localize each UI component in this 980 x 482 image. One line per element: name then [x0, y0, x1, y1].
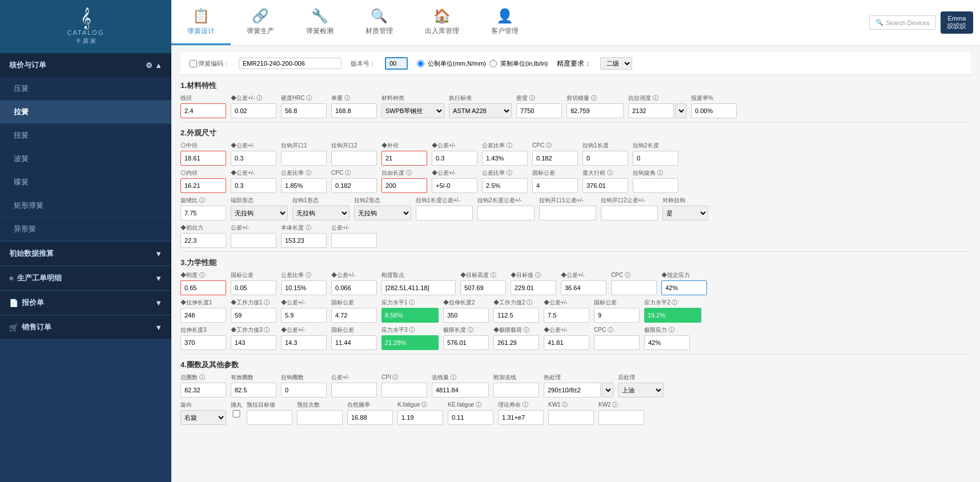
mid-dia-input[interactable]: 18.61 [180, 151, 226, 166]
tol-ratio2-input[interactable]: 1.85% [281, 178, 327, 193]
sym-hook-select[interactable]: 是否 [662, 206, 708, 220]
preset-target-input[interactable] [247, 410, 292, 425]
nav-customer[interactable]: 👤 客户管理 [475, 0, 535, 45]
kw1-input[interactable] [548, 410, 594, 425]
sidebar-section-quote-header[interactable]: 📄 报价单 ▼ [0, 291, 171, 315]
sidebar-item-torsion[interactable]: 扭簧 [0, 124, 171, 147]
tol4-s-input[interactable]: 7.5 [544, 308, 589, 323]
tol-c-input[interactable] [331, 383, 377, 397]
hook-open-tol1-input[interactable] [539, 206, 596, 220]
unit-imperial-radio[interactable] [489, 60, 497, 67]
sidebar-section-initial-header[interactable]: 初始数据推算 ▼ [0, 242, 171, 266]
sidebar-item-special[interactable]: 异形簧 [0, 218, 171, 241]
stretch3-input[interactable]: 370 [180, 335, 226, 350]
direction-select[interactable]: 右旋左旋 [180, 410, 226, 425]
extra-wire-input[interactable] [493, 383, 539, 397]
hook-open2-input[interactable] [331, 151, 377, 166]
tol2-s-input[interactable]: 36.64 [561, 280, 607, 295]
k-fatigue-input[interactable]: 1.19 [397, 410, 443, 425]
stretch1-input[interactable]: 248 [180, 308, 226, 323]
end-form-select[interactable]: 无拉钩有拉钩 [231, 206, 288, 220]
scrap-rate-input[interactable]: 0.00% [691, 103, 737, 118]
heat-treat-select[interactable] [602, 383, 613, 397]
nav-spring-inspection[interactable]: 🔧 弹簧检测 [290, 0, 350, 45]
sidebar-item-disc[interactable]: 碟簧 [0, 171, 171, 194]
preset-times-input[interactable] [297, 410, 343, 425]
heat-treat-input[interactable]: 290±10/8±2 [544, 383, 601, 397]
sidebar-item-rect[interactable]: 矩形弹簧 [0, 194, 171, 218]
national-tol-input[interactable]: 4 [532, 178, 578, 193]
target-height-input[interactable]: 507.69 [460, 280, 506, 295]
unit-weight-input[interactable]: 168.8 [331, 103, 377, 118]
nat-freq-input[interactable]: 16.88 [347, 410, 393, 425]
sidebar-item-pressure[interactable]: 压簧 [0, 77, 171, 101]
sidebar-item-wave[interactable]: 波簧 [0, 147, 171, 171]
tol6-input[interactable] [331, 233, 377, 248]
version-input[interactable]: 00 [385, 57, 408, 70]
wire-feed-input[interactable]: 4811.84 [432, 383, 489, 397]
hook-form2-select[interactable]: 无拉钩有拉钩 [354, 206, 411, 220]
total-coils-input[interactable]: 82.32 [180, 383, 226, 397]
nav-spring-production[interactable]: 🔗 弹簧生产 [231, 0, 290, 45]
cpi-input[interactable] [381, 383, 427, 397]
spring-code-checkbox[interactable] [190, 60, 197, 67]
outer-dia-input[interactable]: 21 [381, 151, 427, 166]
ke-fatigue-input[interactable]: 0.11 [448, 410, 493, 425]
unit-metric-radio[interactable] [417, 60, 424, 67]
stretch2-input[interactable]: 350 [443, 308, 489, 323]
body-len-input[interactable]: 153.23 [281, 233, 327, 248]
sidebar-section-sales-header[interactable]: 🛒 销售订单 ▼ [0, 315, 171, 339]
max-len-input[interactable]: 576.01 [443, 335, 489, 350]
hook-len-tol2-input[interactable] [477, 206, 535, 220]
sidebar-item-tension[interactable]: 拉簧 [0, 101, 171, 124]
search-devices-box[interactable]: 🔍 Search Devices [869, 15, 936, 30]
tolerance-input[interactable]: 0.02 [231, 103, 276, 118]
cpc-s-input[interactable] [611, 280, 657, 295]
tol5-s-input[interactable]: 14.3 [281, 335, 327, 350]
work3-input[interactable]: 143 [231, 335, 276, 350]
hook-angle-input[interactable] [633, 178, 678, 193]
tensile-select[interactable] [675, 103, 686, 118]
material-select[interactable]: SWPB琴钢丝 SUS304 [381, 103, 444, 118]
tol4-input[interactable]: +5/-0 [432, 178, 477, 193]
density-input[interactable]: 7750 [516, 103, 562, 118]
tol-ratio-input[interactable]: 1.43% [482, 151, 528, 166]
tol-ratio3-input[interactable]: 2.5% [482, 178, 528, 193]
spring-code-input[interactable]: EMR210-240-200-006 [239, 58, 342, 69]
shot-peen-checkbox[interactable] [231, 410, 242, 417]
coil-ratio-input[interactable]: 7.75 [180, 206, 226, 220]
tol3-s-input[interactable]: 5.9 [281, 308, 327, 323]
hardness-input[interactable]: 56.8 [281, 103, 327, 118]
cpc2-input[interactable]: 0.182 [331, 178, 377, 193]
spec-stress-input[interactable]: 42% [661, 280, 707, 295]
sidebar-section-production-header[interactable]: ≡ 生产工单明细 ▼ [0, 266, 171, 290]
wire-dia-input[interactable]: 2.4 [180, 103, 226, 118]
max-stress-input[interactable]: 42% [644, 335, 690, 350]
standard-select[interactable]: ASTM A228 JIS B2704 [449, 103, 512, 118]
nat-tol4-input[interactable]: 11.44 [331, 335, 377, 350]
nav-spring-design[interactable]: 📋 弹簧设计 [171, 0, 231, 45]
tol-s-input[interactable]: 0.066 [331, 280, 377, 295]
nav-material[interactable]: 🔍 材质管理 [350, 0, 409, 45]
precision-select[interactable]: 二级 [600, 57, 632, 70]
cpc-input[interactable]: 0.182 [532, 151, 578, 166]
sidebar-section-order-header[interactable]: 核价与订单 ⚙ ▲ [0, 53, 171, 77]
tol-ratio-s-input[interactable]: 10.15% [281, 280, 327, 295]
eff-coils-input[interactable]: 82.5 [231, 383, 276, 397]
inner-dia-input[interactable]: 16.21 [180, 178, 226, 193]
shear-modulus-input[interactable]: 82,759 [567, 103, 624, 118]
max-load-input[interactable]: 261.29 [493, 335, 539, 350]
hook-form1-select[interactable]: 无拉钩有拉钩 [292, 206, 350, 220]
tol2-input[interactable]: 0.3 [432, 151, 477, 166]
tensile-input[interactable]: 2132 [628, 103, 674, 118]
stiffness-input[interactable]: 0.65 [180, 280, 226, 295]
cpc3-input[interactable] [594, 335, 640, 350]
nat-tol2-input[interactable]: 4.72 [331, 308, 377, 323]
user-info[interactable]: Emma 皎皎皎 [941, 11, 973, 34]
stiff-range-input[interactable]: [282.51,411.18] [381, 280, 456, 295]
tol1-input[interactable]: 0.3 [231, 151, 276, 166]
tol5-input[interactable] [231, 233, 276, 248]
nat-tol-input[interactable]: 0.05 [231, 280, 276, 295]
max-stroke-input[interactable]: 376.01 [583, 178, 628, 193]
tol3-input[interactable]: 0.3 [231, 178, 276, 193]
